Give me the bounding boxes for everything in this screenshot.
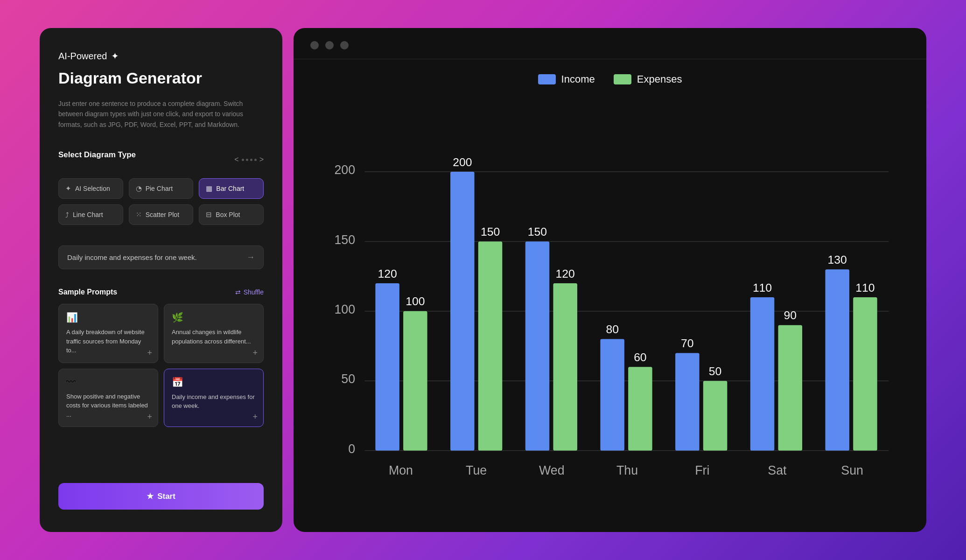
y-label-0: 0 [348, 442, 355, 456]
bar-thu-expenses [628, 367, 652, 450]
main-container: AI-Powered ✦ Diagram Generator Just ente… [40, 28, 926, 532]
x-label-wed: Wed [539, 463, 565, 477]
btn-box-plot[interactable]: ⊟ Box Plot [199, 204, 264, 225]
nav-dot-2 [246, 159, 248, 161]
nav-dot-3 [250, 159, 252, 161]
nav-dot-4 [254, 159, 257, 161]
label-mon-expenses: 100 [406, 295, 425, 308]
btn-ai-selection[interactable]: ✦ AI Selection [58, 178, 123, 199]
window-dot-2 [325, 41, 334, 49]
wildlife-card-text: Annual changes in wildlife populations a… [172, 328, 256, 346]
y-label-50: 50 [341, 372, 355, 386]
box-plot-icon: ⊟ [206, 210, 212, 219]
label-fri-income: 70 [681, 337, 694, 350]
label-tue-income: 200 [453, 156, 472, 168]
start-label: Start [157, 492, 175, 501]
wildlife-card-plus[interactable]: + [252, 348, 258, 358]
label-sun-expenses: 110 [855, 281, 875, 294]
btn-scatter-plot[interactable]: ⁙ Scatter Plot [129, 204, 194, 225]
bar-mon-expenses [403, 311, 427, 451]
income-legend-label: Income [561, 73, 595, 85]
expenses-legend-label: Expenses [637, 73, 682, 85]
bar-mon-income [375, 283, 399, 450]
label-mon-income: 120 [378, 267, 397, 280]
diagram-type-grid: ✦ AI Selection ◔ Pie Chart ▦ Bar Chart ⤴… [58, 178, 264, 225]
x-label-mon: Mon [389, 463, 413, 477]
bar-tue-income [450, 172, 475, 450]
pie-chart-icon: ◔ [136, 184, 142, 193]
nav-prev[interactable]: < [234, 155, 238, 164]
nav-next[interactable]: > [259, 155, 264, 164]
app-title: Diagram Generator [58, 69, 264, 87]
left-panel: AI-Powered ✦ Diagram Generator Just ente… [40, 28, 282, 532]
ai-powered-text: AI-Powered [58, 51, 107, 62]
prompt-cards-grid: 📊 A daily breakdown of website traffic s… [58, 304, 264, 427]
x-label-tue: Tue [466, 463, 487, 477]
label-wed-income: 150 [528, 225, 547, 238]
costs-card-plus[interactable]: + [147, 412, 152, 422]
chart-svg-container: 0 50 100 150 200 120 100 [322, 99, 898, 513]
label-thu-expenses: 60 [634, 351, 647, 364]
box-plot-label: Box Plot [216, 211, 240, 218]
scatter-plot-label: Scatter Plot [146, 211, 179, 218]
chart-area: Income Expenses [294, 59, 926, 532]
start-star-icon: ★ [147, 491, 154, 501]
bar-fri-expenses [703, 381, 728, 450]
btn-pie-chart[interactable]: ◔ Pie Chart [129, 178, 194, 199]
y-label-200: 200 [334, 163, 355, 177]
bar-wed-income [525, 241, 550, 450]
prompt-card-daily-income[interactable]: 📅 Daily income and expenses for one week… [164, 369, 264, 427]
label-sat-expenses: 90 [784, 309, 797, 322]
prompt-card-costs[interactable]: 〰 Show positive and negative costs for v… [58, 369, 158, 427]
label-wed-expenses: 120 [556, 267, 575, 280]
bar-chart-label: Bar Chart [216, 185, 244, 192]
legend-income: Income [538, 73, 595, 85]
bar-sun-income [825, 269, 849, 450]
select-diagram-label: Select Diagram Type [58, 150, 136, 160]
daily-income-card-plus[interactable]: + [252, 412, 258, 422]
nav-dots [242, 159, 257, 161]
scatter-plot-icon: ⁙ [136, 210, 142, 219]
send-arrow-icon[interactable]: → [246, 252, 255, 262]
ai-powered-label: AI-Powered ✦ [58, 50, 264, 62]
window-controls [294, 28, 926, 59]
daily-income-card-icon: 📅 [172, 377, 256, 388]
x-label-sun: Sun [841, 463, 863, 477]
label-fri-expenses: 50 [709, 365, 722, 378]
shuffle-button[interactable]: ⇄ Shuffle [235, 288, 264, 296]
bar-sat-income [750, 297, 775, 451]
prompt-card-traffic[interactable]: 📊 A daily breakdown of website traffic s… [58, 304, 158, 363]
prompt-input-row[interactable]: → [58, 245, 264, 269]
bar-sun-expenses [853, 297, 877, 451]
window-dot-1 [310, 41, 319, 49]
ai-selection-label: AI Selection [75, 185, 110, 192]
prompt-card-wildlife[interactable]: 🌿 Annual changes in wildlife populations… [164, 304, 264, 363]
costs-card-icon: 〰 [66, 377, 150, 387]
bar-fri-income [675, 353, 700, 450]
line-chart-label: Line Chart [73, 211, 103, 218]
shuffle-icon: ⇄ [235, 288, 241, 296]
wildlife-card-icon: 🌿 [172, 312, 256, 323]
sample-prompts-header: Sample Prompts ⇄ Shuffle [58, 288, 264, 296]
traffic-card-icon: 📊 [66, 312, 150, 323]
label-sun-income: 130 [828, 253, 847, 266]
diagram-type-header: Select Diagram Type < > [58, 150, 264, 169]
bar-chart-svg: 0 50 100 150 200 120 100 [322, 99, 898, 513]
sample-prompts-label: Sample Prompts [58, 288, 117, 296]
app-description: Just enter one sentence to produce a com… [58, 98, 264, 130]
daily-income-card-text: Daily income and expenses for one week. [172, 392, 256, 411]
diagram-nav[interactable]: < > [234, 155, 264, 164]
pie-chart-label: Pie Chart [146, 185, 173, 192]
x-label-sat: Sat [768, 463, 787, 477]
label-thu-income: 80 [606, 323, 619, 336]
traffic-card-plus[interactable]: + [147, 348, 152, 358]
btn-bar-chart[interactable]: ▦ Bar Chart [199, 178, 264, 199]
btn-line-chart[interactable]: ⤴ Line Chart [58, 204, 123, 225]
prompt-input[interactable] [67, 253, 246, 261]
line-chart-icon: ⤴ [65, 211, 69, 219]
bar-tue-expenses [478, 241, 503, 450]
bar-thu-income [600, 339, 624, 451]
bar-sat-expenses [778, 325, 803, 451]
label-tue-expenses: 150 [481, 225, 500, 238]
start-button[interactable]: ★ Start [58, 483, 264, 510]
